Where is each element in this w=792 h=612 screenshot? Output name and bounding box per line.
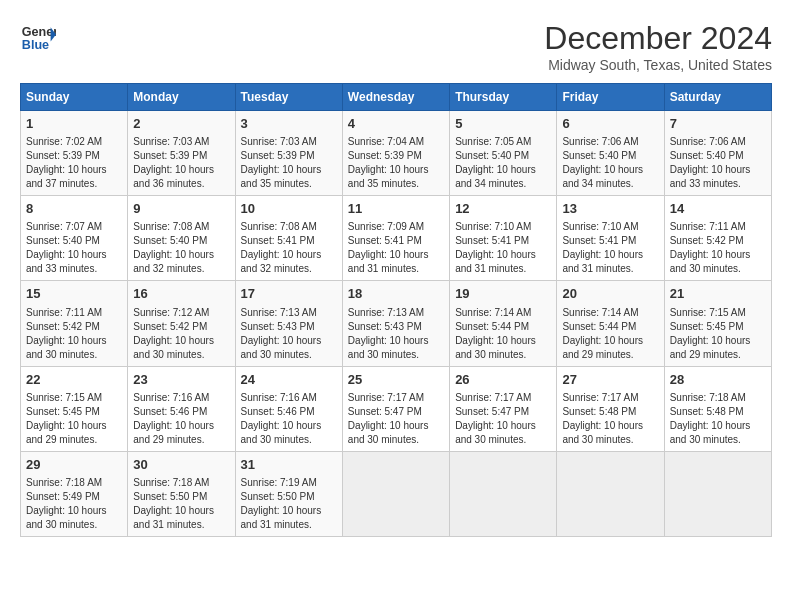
day-number: 24	[241, 371, 337, 389]
daylight: Daylight: 10 hours and 30 minutes.	[670, 420, 751, 445]
sunrise: Sunrise: 7:13 AM	[348, 307, 424, 318]
calendar-cell: 13Sunrise: 7:10 AMSunset: 5:41 PMDayligh…	[557, 196, 664, 281]
sunset: Sunset: 5:42 PM	[26, 321, 100, 332]
sunrise: Sunrise: 7:02 AM	[26, 136, 102, 147]
calendar-cell: 14Sunrise: 7:11 AMSunset: 5:42 PMDayligh…	[664, 196, 771, 281]
sunset: Sunset: 5:41 PM	[241, 235, 315, 246]
weekday-header: Thursday	[450, 84, 557, 111]
daylight: Daylight: 10 hours and 30 minutes.	[241, 420, 322, 445]
day-number: 2	[133, 115, 229, 133]
sunset: Sunset: 5:46 PM	[241, 406, 315, 417]
day-number: 18	[348, 285, 444, 303]
day-number: 30	[133, 456, 229, 474]
sunset: Sunset: 5:39 PM	[348, 150, 422, 161]
sunrise: Sunrise: 7:17 AM	[562, 392, 638, 403]
calendar-cell: 4Sunrise: 7:04 AMSunset: 5:39 PMDaylight…	[342, 111, 449, 196]
calendar-cell: 17Sunrise: 7:13 AMSunset: 5:43 PMDayligh…	[235, 281, 342, 366]
sunrise: Sunrise: 7:11 AM	[26, 307, 102, 318]
sunrise: Sunrise: 7:09 AM	[348, 221, 424, 232]
day-number: 22	[26, 371, 122, 389]
daylight: Daylight: 10 hours and 30 minutes.	[241, 335, 322, 360]
sunrise: Sunrise: 7:15 AM	[26, 392, 102, 403]
calendar-cell: 21Sunrise: 7:15 AMSunset: 5:45 PMDayligh…	[664, 281, 771, 366]
svg-text:Blue: Blue	[22, 38, 49, 52]
calendar-row: 22Sunrise: 7:15 AMSunset: 5:45 PMDayligh…	[21, 366, 772, 451]
sunrise: Sunrise: 7:15 AM	[670, 307, 746, 318]
sunset: Sunset: 5:40 PM	[26, 235, 100, 246]
calendar-cell	[664, 451, 771, 536]
sunset: Sunset: 5:41 PM	[455, 235, 529, 246]
title-block: December 2024 Midway South, Texas, Unite…	[544, 20, 772, 73]
sunset: Sunset: 5:43 PM	[348, 321, 422, 332]
sunrise: Sunrise: 7:17 AM	[455, 392, 531, 403]
day-number: 13	[562, 200, 658, 218]
calendar-cell: 6Sunrise: 7:06 AMSunset: 5:40 PMDaylight…	[557, 111, 664, 196]
sunrise: Sunrise: 7:17 AM	[348, 392, 424, 403]
daylight: Daylight: 10 hours and 32 minutes.	[133, 249, 214, 274]
calendar-cell: 16Sunrise: 7:12 AMSunset: 5:42 PMDayligh…	[128, 281, 235, 366]
day-number: 17	[241, 285, 337, 303]
daylight: Daylight: 10 hours and 35 minutes.	[241, 164, 322, 189]
daylight: Daylight: 10 hours and 30 minutes.	[455, 335, 536, 360]
weekday-header: Sunday	[21, 84, 128, 111]
daylight: Daylight: 10 hours and 29 minutes.	[133, 420, 214, 445]
calendar-cell: 12Sunrise: 7:10 AMSunset: 5:41 PMDayligh…	[450, 196, 557, 281]
sunrise: Sunrise: 7:11 AM	[670, 221, 746, 232]
month-title: December 2024	[544, 20, 772, 57]
sunset: Sunset: 5:40 PM	[133, 235, 207, 246]
location: Midway South, Texas, United States	[544, 57, 772, 73]
day-number: 27	[562, 371, 658, 389]
calendar-cell: 1Sunrise: 7:02 AMSunset: 5:39 PMDaylight…	[21, 111, 128, 196]
calendar-cell: 25Sunrise: 7:17 AMSunset: 5:47 PMDayligh…	[342, 366, 449, 451]
daylight: Daylight: 10 hours and 31 minutes.	[133, 505, 214, 530]
daylight: Daylight: 10 hours and 31 minutes.	[562, 249, 643, 274]
day-number: 3	[241, 115, 337, 133]
daylight: Daylight: 10 hours and 35 minutes.	[348, 164, 429, 189]
weekday-header: Monday	[128, 84, 235, 111]
sunrise: Sunrise: 7:04 AM	[348, 136, 424, 147]
daylight: Daylight: 10 hours and 30 minutes.	[348, 335, 429, 360]
day-number: 7	[670, 115, 766, 133]
sunrise: Sunrise: 7:08 AM	[133, 221, 209, 232]
calendar-cell	[342, 451, 449, 536]
daylight: Daylight: 10 hours and 34 minutes.	[562, 164, 643, 189]
calendar-cell: 5Sunrise: 7:05 AMSunset: 5:40 PMDaylight…	[450, 111, 557, 196]
day-number: 19	[455, 285, 551, 303]
sunset: Sunset: 5:50 PM	[133, 491, 207, 502]
calendar-cell: 20Sunrise: 7:14 AMSunset: 5:44 PMDayligh…	[557, 281, 664, 366]
sunrise: Sunrise: 7:16 AM	[133, 392, 209, 403]
daylight: Daylight: 10 hours and 30 minutes.	[562, 420, 643, 445]
day-number: 31	[241, 456, 337, 474]
day-number: 12	[455, 200, 551, 218]
day-number: 4	[348, 115, 444, 133]
sunrise: Sunrise: 7:19 AM	[241, 477, 317, 488]
sunrise: Sunrise: 7:14 AM	[455, 307, 531, 318]
sunrise: Sunrise: 7:06 AM	[670, 136, 746, 147]
weekday-header: Saturday	[664, 84, 771, 111]
weekday-header: Wednesday	[342, 84, 449, 111]
daylight: Daylight: 10 hours and 33 minutes.	[670, 164, 751, 189]
calendar-cell: 26Sunrise: 7:17 AMSunset: 5:47 PMDayligh…	[450, 366, 557, 451]
day-number: 23	[133, 371, 229, 389]
sunrise: Sunrise: 7:16 AM	[241, 392, 317, 403]
daylight: Daylight: 10 hours and 30 minutes.	[26, 505, 107, 530]
sunrise: Sunrise: 7:14 AM	[562, 307, 638, 318]
sunrise: Sunrise: 7:18 AM	[26, 477, 102, 488]
calendar-row: 8Sunrise: 7:07 AMSunset: 5:40 PMDaylight…	[21, 196, 772, 281]
day-number: 26	[455, 371, 551, 389]
sunrise: Sunrise: 7:10 AM	[455, 221, 531, 232]
calendar-row: 15Sunrise: 7:11 AMSunset: 5:42 PMDayligh…	[21, 281, 772, 366]
calendar-cell: 3Sunrise: 7:03 AMSunset: 5:39 PMDaylight…	[235, 111, 342, 196]
sunset: Sunset: 5:42 PM	[133, 321, 207, 332]
calendar-cell: 15Sunrise: 7:11 AMSunset: 5:42 PMDayligh…	[21, 281, 128, 366]
calendar-cell: 27Sunrise: 7:17 AMSunset: 5:48 PMDayligh…	[557, 366, 664, 451]
sunset: Sunset: 5:50 PM	[241, 491, 315, 502]
day-number: 11	[348, 200, 444, 218]
calendar-cell: 22Sunrise: 7:15 AMSunset: 5:45 PMDayligh…	[21, 366, 128, 451]
sunset: Sunset: 5:41 PM	[348, 235, 422, 246]
page-header: General Blue December 2024 Midway South,…	[20, 20, 772, 73]
sunset: Sunset: 5:43 PM	[241, 321, 315, 332]
sunset: Sunset: 5:47 PM	[455, 406, 529, 417]
sunset: Sunset: 5:39 PM	[241, 150, 315, 161]
sunset: Sunset: 5:45 PM	[670, 321, 744, 332]
